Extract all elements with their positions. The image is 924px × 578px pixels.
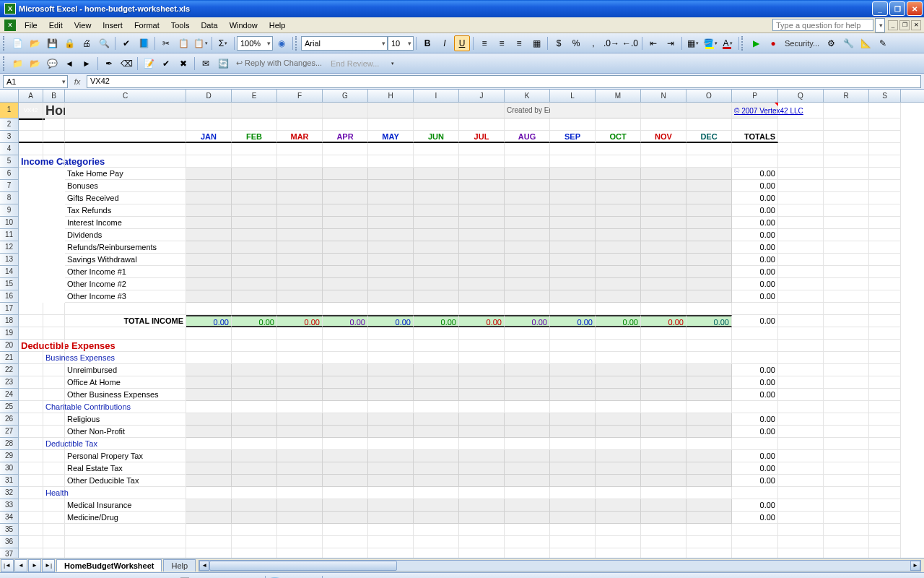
cell[interactable] <box>19 487 43 499</box>
cell[interactable] <box>459 352 505 364</box>
cell[interactable] <box>414 376 459 389</box>
currency-button[interactable]: $ <box>551 35 567 51</box>
tab-next-button[interactable]: ► <box>28 559 41 572</box>
cell[interactable] <box>43 315 65 327</box>
cell[interactable] <box>368 413 414 426</box>
cell[interactable] <box>687 536 732 548</box>
cell[interactable] <box>277 462 323 475</box>
cell[interactable] <box>277 204 323 217</box>
cell[interactable]: Real Estate Tax <box>65 462 186 475</box>
cell[interactable] <box>550 352 596 364</box>
cell[interactable] <box>232 376 277 389</box>
cell[interactable] <box>687 217 732 229</box>
cell[interactable] <box>550 512 596 524</box>
cell[interactable] <box>277 118 323 131</box>
cell[interactable] <box>186 327 232 340</box>
cell[interactable] <box>550 303 596 315</box>
cell[interactable] <box>641 438 687 450</box>
cell[interactable] <box>778 426 824 438</box>
cell[interactable] <box>232 475 277 487</box>
cell[interactable] <box>19 180 43 192</box>
cell[interactable] <box>824 364 869 376</box>
cell[interactable]: JAN <box>186 131 232 143</box>
cell[interactable]: 0.00 <box>732 389 778 401</box>
fx-button[interactable]: fx <box>71 77 84 86</box>
cell[interactable] <box>19 278 43 290</box>
cell[interactable] <box>778 192 824 204</box>
row-header[interactable]: 28 <box>0 438 19 450</box>
cell[interactable] <box>459 143 505 155</box>
cell[interactable] <box>323 352 368 364</box>
cell[interactable] <box>869 548 901 558</box>
cell[interactable] <box>186 180 232 192</box>
cell[interactable] <box>186 524 232 536</box>
cell[interactable] <box>596 499 641 512</box>
cell[interactable] <box>232 524 277 536</box>
cell[interactable] <box>505 512 550 524</box>
cell[interactable] <box>43 131 65 143</box>
decrease-indent-button[interactable]: ⇤ <box>645 35 661 51</box>
cell[interactable] <box>641 401 687 413</box>
cell[interactable] <box>641 426 687 438</box>
cell[interactable] <box>550 192 596 204</box>
cell[interactable] <box>778 364 824 376</box>
cell[interactable] <box>414 168 459 180</box>
row-header[interactable]: 34 <box>0 512 19 524</box>
cell[interactable] <box>869 217 901 229</box>
cell[interactable] <box>277 364 323 376</box>
cell[interactable] <box>596 290 641 303</box>
cell[interactable] <box>186 254 232 266</box>
cell[interactable] <box>596 487 641 499</box>
cell[interactable]: 0.00 <box>732 413 778 426</box>
cell[interactable]: 0.00 <box>505 315 550 327</box>
cell[interactable] <box>186 352 232 364</box>
cell[interactable] <box>323 413 368 426</box>
cell[interactable] <box>869 229 901 241</box>
cell[interactable] <box>277 475 323 487</box>
cell[interactable] <box>19 118 43 131</box>
select-objects-button[interactable]: ↖ <box>35 574 51 579</box>
cell[interactable] <box>505 290 550 303</box>
cell[interactable] <box>596 118 641 131</box>
cell[interactable] <box>43 229 65 241</box>
cell[interactable] <box>778 204 824 217</box>
col-header[interactable]: M <box>596 90 641 102</box>
cell[interactable] <box>596 426 641 438</box>
save-button[interactable]: 💾 <box>44 35 60 51</box>
cell[interactable] <box>505 475 550 487</box>
cell[interactable] <box>641 290 687 303</box>
cell[interactable] <box>19 327 43 340</box>
cell[interactable] <box>641 475 687 487</box>
cell[interactable] <box>778 229 824 241</box>
3d-button[interactable]: ◫ <box>395 574 411 579</box>
cell[interactable] <box>459 548 505 558</box>
cell[interactable] <box>596 438 641 450</box>
cell[interactable] <box>368 389 414 401</box>
cell[interactable]: TOTAL INCOME <box>65 315 186 327</box>
cell[interactable] <box>232 536 277 548</box>
cell[interactable] <box>186 487 232 499</box>
cell[interactable] <box>687 241 732 254</box>
cell[interactable] <box>641 487 687 499</box>
cell[interactable] <box>869 487 901 499</box>
cell[interactable] <box>459 512 505 524</box>
scroll-right-button[interactable]: ► <box>910 561 920 571</box>
new-folder-icon[interactable]: 📁 <box>9 56 25 72</box>
cell[interactable] <box>550 499 596 512</box>
cell[interactable] <box>596 217 641 229</box>
cell[interactable] <box>65 155 186 168</box>
cell[interactable] <box>414 192 459 204</box>
cell[interactable] <box>232 389 277 401</box>
cell[interactable] <box>596 192 641 204</box>
col-header[interactable]: D <box>186 90 232 102</box>
cell[interactable] <box>19 475 43 487</box>
cell[interactable] <box>596 524 641 536</box>
row-header[interactable]: 35 <box>0 524 19 536</box>
toolbar-grip-2[interactable] <box>295 36 298 51</box>
font-size-combo[interactable]: 10 <box>388 36 414 51</box>
cell[interactable] <box>687 278 732 290</box>
cell[interactable] <box>43 413 65 426</box>
cell[interactable] <box>277 278 323 290</box>
cell[interactable] <box>65 536 186 548</box>
cell[interactable] <box>732 536 778 548</box>
